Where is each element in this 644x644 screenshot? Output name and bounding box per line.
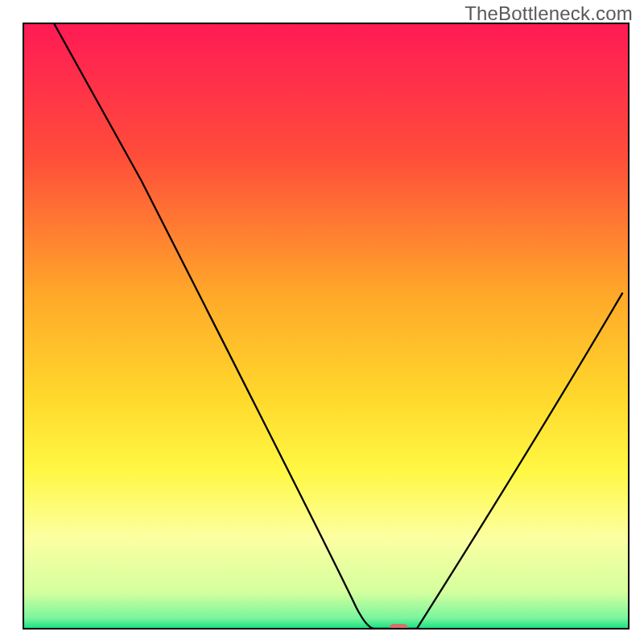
bottleneck-chart: [0, 0, 644, 644]
watermark-text: TheBottleneck.com: [464, 2, 633, 25]
chart-container: { "watermark": "TheBottleneck.com", "cha…: [0, 0, 644, 644]
plot-background: [23, 23, 629, 629]
